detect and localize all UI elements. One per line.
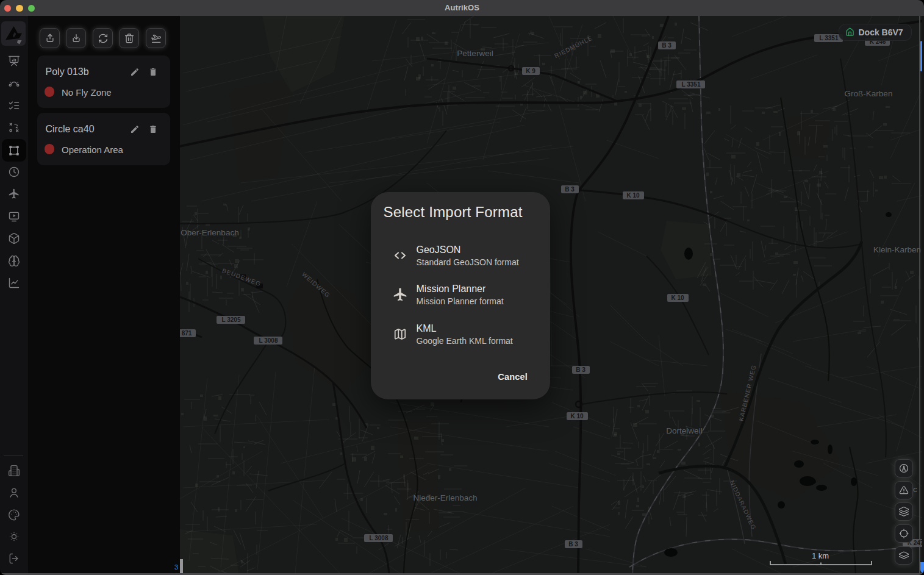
svg-text:BEUDEWEG: BEUDEWEG (221, 267, 262, 287)
svg-text:K 10: K 10 (570, 413, 584, 420)
svg-text:Groß-Karben: Groß-Karben (845, 89, 893, 98)
svg-text:L 3008: L 3008 (259, 337, 278, 344)
svg-text:L 3205: L 3205 (222, 316, 241, 323)
svg-text:B 3: B 3 (565, 186, 575, 193)
svg-text:L 3351: L 3351 (682, 81, 701, 88)
svg-text:K 10: K 10 (626, 192, 640, 199)
svg-text:L 3008: L 3008 (370, 535, 389, 541)
svg-text:Nieder-Erlenbach: Nieder-Erlenbach (413, 493, 477, 502)
svg-text:Dortelweil: Dortelweil (666, 426, 702, 435)
svg-text:Ober-Erlenbach: Ober-Erlenbach (181, 228, 238, 237)
svg-text:B 3: B 3 (568, 541, 578, 548)
svg-text:Klein-Karben: Klein-Karben (873, 245, 921, 254)
svg-text:K 9: K 9 (526, 68, 535, 74)
svg-text:L 3351: L 3351 (820, 35, 839, 41)
svg-text:K 10: K 10 (671, 295, 684, 301)
svg-text:Petterweil: Petterweil (457, 49, 493, 58)
svg-text:B 3: B 3 (662, 42, 672, 49)
svg-text:B 3: B 3 (576, 366, 586, 373)
svg-text:K 871: K 871 (180, 330, 192, 337)
